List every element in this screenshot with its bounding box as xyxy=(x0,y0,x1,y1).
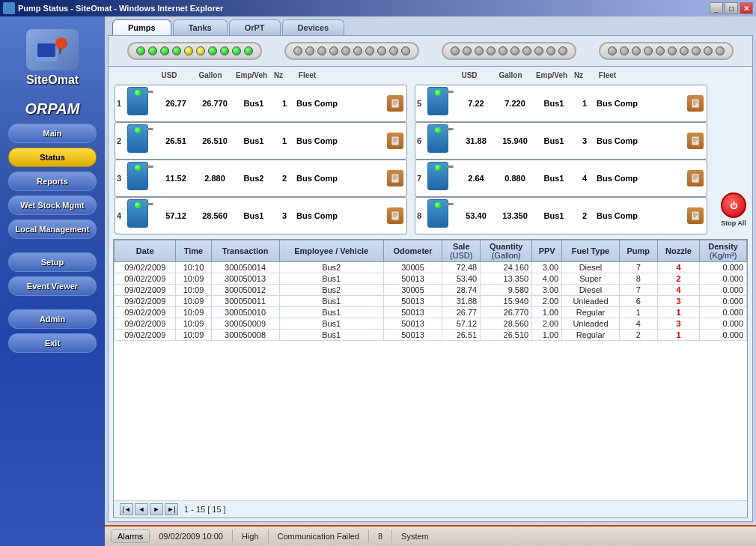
sidebar-btn-wet-stock-mgmt[interactable]: Wet Stock Mgmt xyxy=(8,195,97,215)
cell-quantity: 26.510 xyxy=(481,330,532,341)
cell-odometer: 30005 xyxy=(383,285,442,296)
cell-nozzle[interactable]: 4 xyxy=(657,262,699,273)
table-row[interactable]: 09/02/2009 10:09 300050008 Bus1 50013 26… xyxy=(115,330,747,341)
led-1-0 xyxy=(293,46,302,55)
pump-2-receipt[interactable] xyxy=(387,133,403,149)
cell-empveh: Bus1 xyxy=(279,296,383,307)
pump-4-receipt[interactable] xyxy=(387,207,403,224)
maximize-button[interactable]: □ xyxy=(725,2,738,14)
stop-all-button[interactable]: ⏻ Stop All xyxy=(721,192,746,227)
pump-row-7: 7 2.64 0.880 Bus1 4 Bus Comp xyxy=(415,160,707,197)
sidebar-btn-status[interactable]: Status xyxy=(8,148,97,167)
cell-nozzle[interactable]: 3 xyxy=(657,296,699,307)
close-button[interactable]: ✕ xyxy=(740,2,753,14)
led-0-4 xyxy=(184,46,193,55)
svg-rect-29 xyxy=(692,174,699,183)
first-page-button[interactable]: |◄ xyxy=(120,503,133,515)
led-0-2 xyxy=(160,46,169,55)
led-0-0 xyxy=(136,46,145,55)
cell-nozzle[interactable]: 3 xyxy=(657,318,699,330)
alarms-button[interactable]: Alarms xyxy=(111,530,150,543)
table-row[interactable]: 09/02/2009 10:10 300050014 Bus2 30005 72… xyxy=(115,262,747,273)
cell-nozzle[interactable]: 1 xyxy=(657,307,699,318)
app-icon xyxy=(3,2,15,14)
sidebar-btn-exit[interactable]: Exit xyxy=(8,333,97,353)
last-page-button[interactable]: ►| xyxy=(165,503,178,515)
stop-all-label: Stop All xyxy=(721,219,746,227)
cell-transaction: 300050012 xyxy=(211,285,279,296)
cell-nozzle[interactable]: 2 xyxy=(657,273,699,285)
pump-data-8: 53.40 13.350 Bus1 2 Bus Comp xyxy=(457,211,684,220)
cell-pump: 8 xyxy=(619,273,657,285)
prev-page-button[interactable]: ◄ xyxy=(135,503,148,515)
pump-6-receipt[interactable] xyxy=(687,133,704,149)
led-1-2 xyxy=(317,46,326,55)
pump-row-3: 3 11.52 2.880 Bus2 2 Bus Comp xyxy=(115,160,407,197)
minimize-button[interactable]: _ xyxy=(710,2,723,14)
led-1-3 xyxy=(329,46,338,55)
led-2-7 xyxy=(534,46,543,55)
transactions-table: Date Time Transaction Employee / Vehicle… xyxy=(114,240,747,341)
pump-2-nz: 1 xyxy=(274,136,295,145)
cell-date: 09/02/2009 xyxy=(115,318,176,330)
cell-transaction: 300050013 xyxy=(211,273,279,285)
cell-nozzle[interactable]: 1 xyxy=(657,330,699,341)
cell-transaction: 300050011 xyxy=(211,296,279,307)
next-page-button[interactable]: ► xyxy=(150,503,163,515)
led-3-0 xyxy=(608,46,617,55)
transactions-section: Date Time Transaction Employee / Vehicle… xyxy=(113,239,748,518)
cell-date: 09/02/2009 xyxy=(115,262,176,273)
table-wrapper[interactable]: Date Time Transaction Employee / Vehicle… xyxy=(114,240,747,500)
sidebar-btn-admin[interactable]: Admin xyxy=(8,309,97,329)
cell-empveh: Bus1 xyxy=(279,273,383,285)
cell-density: 0.000 xyxy=(700,285,747,296)
pump-5-usd: 7.22 xyxy=(457,99,495,108)
tab-tanks[interactable]: Tanks xyxy=(173,19,228,35)
pump-5-gallon: 7.220 xyxy=(496,99,534,108)
table-row[interactable]: 09/02/2009 10:09 300050012 Bus2 30005 28… xyxy=(115,285,747,296)
cell-time: 10:09 xyxy=(176,296,211,307)
stop-all-circle: ⏻ xyxy=(721,192,746,218)
sidebar-btn-reports[interactable]: Reports xyxy=(8,172,97,191)
led-3-8 xyxy=(704,46,713,55)
sidebar-btn-local-management[interactable]: Local Management xyxy=(8,219,97,239)
sidebar-btn-setup[interactable]: Setup xyxy=(8,252,97,272)
led-1-9 xyxy=(401,46,410,55)
col-header-density: Density(Kg/m³) xyxy=(700,240,747,262)
pump-3-receipt[interactable] xyxy=(387,170,403,186)
led-0-1 xyxy=(148,46,157,55)
pump-icon-1 xyxy=(127,87,151,120)
cell-pump: 2 xyxy=(619,330,657,341)
svg-rect-5 xyxy=(391,99,399,108)
table-row[interactable]: 09/02/2009 10:09 300050013 Bus1 50013 53… xyxy=(115,273,747,285)
cell-nozzle[interactable]: 4 xyxy=(657,285,699,296)
pump-row-2: 2 26.51 26.510 Bus1 1 Bus Comp xyxy=(115,122,407,160)
pump-4-fleet: Bus Comp xyxy=(296,211,338,220)
pump-column-right: USD Gallon Emp/Veh Nz Fleet 5 7.22 7.220 xyxy=(415,71,707,234)
cell-density: 0.000 xyxy=(700,296,747,307)
tab-pumps[interactable]: Pumps xyxy=(112,19,171,35)
cell-fueltype: Diesel xyxy=(562,262,620,273)
pump-8-receipt[interactable] xyxy=(687,207,704,224)
cell-pump: 7 xyxy=(619,285,657,296)
svg-rect-4 xyxy=(59,48,61,54)
sidebar-btn-main[interactable]: Main xyxy=(8,124,97,143)
table-row[interactable]: 09/02/2009 10:09 300050011 Bus1 50013 31… xyxy=(115,296,747,307)
pump-icon-4 xyxy=(127,199,151,232)
tab-devices[interactable]: Devices xyxy=(282,19,345,35)
pump-5-receipt[interactable] xyxy=(687,95,704,112)
table-row[interactable]: 09/02/2009 10:09 300050010 Bus1 50013 26… xyxy=(115,307,747,318)
cell-quantity: 15.940 xyxy=(481,296,532,307)
pump-1-receipt[interactable] xyxy=(387,95,403,112)
col-header-quantity: Quantity(Gallon) xyxy=(481,240,532,262)
pump-3-gallon: 2.880 xyxy=(196,174,234,183)
pump-icon-7 xyxy=(427,162,451,195)
tab-orpt[interactable]: OrPT xyxy=(229,19,281,35)
cell-pump: 7 xyxy=(619,262,657,273)
col-header-pump: Pump xyxy=(619,240,657,262)
sidebar-btn-event-viewer[interactable]: Event Viewer xyxy=(8,276,97,296)
table-row[interactable]: 09/02/2009 10:09 300050009 Bus1 50013 57… xyxy=(115,318,747,330)
pump-7-receipt[interactable] xyxy=(687,170,704,186)
status-severity: High xyxy=(242,532,259,541)
content-area: PumpsTanksOrPTDevices USD Gallon Emp/Veh xyxy=(105,16,756,546)
